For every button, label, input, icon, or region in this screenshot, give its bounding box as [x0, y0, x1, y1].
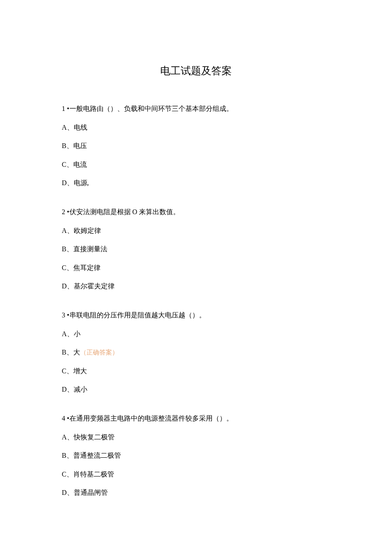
question-stem: 一般电路由（）、负载和中间环节三个基本部分组成。	[69, 105, 233, 112]
option-separator: 、	[67, 433, 74, 441]
question-text: 2 •伏安法测电阻是根据 O 来算出数值。	[62, 206, 330, 218]
question-block: 3 •串联电阻的分压作用是阻值越大电压越（）。A、小B、大（正确答案）C、增大D…	[62, 310, 330, 395]
option: D、基尔霍夫定律	[62, 281, 330, 292]
question-number: 3	[62, 311, 65, 319]
option-separator: 、	[66, 471, 73, 478]
option: D、减小	[62, 384, 330, 395]
option-text: 快恢复二极管	[74, 433, 115, 441]
option-letter: A	[62, 124, 67, 131]
option-letter: A	[62, 227, 67, 234]
question-text: 1 •一般电路由（）、负载和中间环节三个基本部分组成。	[62, 103, 330, 114]
option-text: 肖特基二极管	[73, 471, 114, 478]
option: A、快恢复二极管	[62, 432, 330, 443]
option-separator: 、	[67, 124, 74, 131]
option: B、电压	[62, 140, 330, 151]
option-text: 电源,	[74, 179, 89, 186]
option: B、直接测量法	[62, 244, 330, 255]
option-separator: 、	[67, 489, 74, 496]
option-text: 小	[74, 330, 81, 337]
correct-answer-label: （正确答案）	[80, 349, 118, 356]
option-letter: B	[62, 142, 66, 149]
option-text: 欧姆定律	[74, 227, 101, 234]
option-text: 普通晶闸管	[74, 489, 108, 496]
question-number: 2	[62, 208, 65, 215]
option-letter: D	[62, 282, 67, 290]
option-text: 增大	[73, 367, 87, 375]
option-letter: B	[62, 349, 66, 356]
option-text: 焦耳定律	[73, 264, 101, 271]
question-block: 2 •伏安法测电阻是根据 O 来算出数值。A、欧姆定律B、直接测量法C、焦耳定律…	[62, 206, 330, 292]
option-separator: 、	[66, 142, 73, 149]
question-stem: 伏安法测电阻是根据 O 来算出数值。	[69, 208, 180, 215]
option-letter: D	[62, 489, 67, 496]
option-letter: C	[62, 471, 66, 478]
question-text: 4 •在通用变频器主电路中的电源整流器件较多采用（）。	[62, 413, 330, 424]
option-letter: B	[62, 245, 66, 253]
option-separator: 、	[66, 264, 73, 271]
option: D、电源,	[62, 177, 330, 189]
question-block: 1 •一般电路由（）、负载和中间环节三个基本部分组成。A、电线B、电压C、电流D…	[62, 103, 330, 189]
option: B、普通整流二极管	[62, 450, 330, 461]
option-letter: C	[62, 367, 66, 375]
questions-container: 1 •一般电路由（）、负载和中间环节三个基本部分组成。A、电线B、电压C、电流D…	[62, 103, 330, 498]
option-separator: 、	[67, 227, 74, 234]
page-title: 电工试题及答案	[62, 64, 330, 78]
option-letter: A	[62, 433, 67, 441]
option-text: 直接测量法	[73, 245, 107, 253]
option: C、焦耳定律	[62, 262, 330, 273]
question-number: 1	[62, 105, 65, 112]
option-text: 普通整流二极管	[73, 452, 121, 459]
option: C、肖特基二极管	[62, 469, 330, 480]
option-separator: 、	[66, 349, 73, 356]
option-separator: 、	[67, 179, 74, 186]
option: A、欧姆定律	[62, 225, 330, 236]
question-block: 4 •在通用变频器主电路中的电源整流器件较多采用（）。A、快恢复二极管B、普通整…	[62, 413, 330, 498]
option-text: 电压	[73, 142, 87, 149]
option: A、电线	[62, 122, 330, 133]
option-letter: D	[62, 386, 67, 393]
option-text: 基尔霍夫定律	[74, 282, 115, 290]
option-separator: 、	[66, 245, 73, 253]
option-separator: 、	[66, 367, 73, 375]
option-separator: 、	[67, 330, 74, 337]
option-letter: B	[62, 452, 66, 459]
option-letter: C	[62, 161, 66, 168]
option-separator: 、	[66, 452, 73, 459]
option: D、普通晶闸管	[62, 487, 330, 498]
option-text: 大	[73, 349, 80, 356]
question-number: 4	[62, 415, 65, 422]
option-separator: 、	[66, 161, 73, 168]
question-stem: 串联电阻的分压作用是阻值越大电压越（）。	[69, 311, 206, 319]
question-text: 3 •串联电阻的分压作用是阻值越大电压越（）。	[62, 310, 330, 321]
option: B、大（正确答案）	[62, 347, 330, 358]
option-separator: 、	[67, 282, 74, 290]
option-text: 电线	[74, 124, 87, 131]
option-letter: D	[62, 179, 67, 186]
question-stem: 在通用变频器主电路中的电源整流器件较多采用（）。	[69, 415, 233, 422]
option-text: 减小	[74, 386, 87, 393]
option: C、电流	[62, 159, 330, 170]
option-text: 电流	[73, 161, 87, 168]
option-letter: C	[62, 264, 66, 271]
option-separator: 、	[67, 386, 74, 393]
option: C、增大	[62, 366, 330, 377]
option: A、小	[62, 328, 330, 340]
option-letter: A	[62, 330, 67, 337]
